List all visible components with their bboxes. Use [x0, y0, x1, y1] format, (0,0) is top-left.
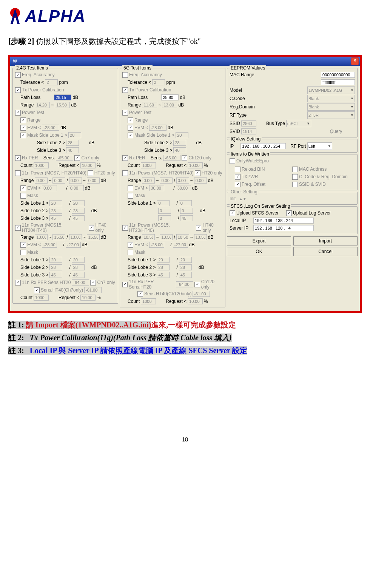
cb-freq-5[interactable] [122, 72, 128, 78]
group-items: Items to Be Written OnlyWriteEEpro Reloa… [227, 154, 358, 190]
cancel-button[interactable]: Cancel [293, 247, 358, 256]
logo-icon [8, 8, 22, 25]
window-titlebar: W × [10, 57, 360, 66]
model-select[interactable]: 1WMPND02..A1G▼ [307, 86, 355, 94]
group-title-sfcs: SFCS ,Log On Server Setting [230, 204, 291, 209]
group-title-eeprom: EEPROM Values [230, 65, 266, 71]
ok-button[interactable]: OK [227, 247, 291, 256]
notes: 註 1: 請 Import 檔案(1WMPND02..A1G.ini)進來,一樣… [8, 318, 362, 357]
mac1-input[interactable] [321, 72, 355, 78]
group-title-items: Items to Be Written [230, 151, 270, 157]
path5-input[interactable] [161, 94, 179, 100]
import-button[interactable]: Import [293, 236, 358, 245]
path24-input[interactable] [54, 94, 71, 100]
window-title: W [13, 59, 17, 64]
logo-text: ALPHA [25, 7, 86, 26]
group-eeprom: EEPROM Values MAC Range Model1WMPND02..A… [227, 68, 358, 137]
group-title-5g: 5G Test Items [122, 65, 153, 71]
mac2-input[interactable] [321, 79, 355, 85]
bus-select[interactable]: mPCI▼ [286, 120, 311, 127]
export-button[interactable]: Export [227, 236, 291, 245]
tol24-input[interactable] [45, 79, 58, 85]
group-5g: 5G Test Items Freq. Accurancy Tolerance … [120, 68, 225, 307]
logo: ALPHA [8, 7, 362, 26]
cb-txcal-24[interactable] [15, 87, 21, 93]
ip-input[interactable] [240, 143, 286, 149]
group-iqview: IQView Setting IPRF PortLeft▼ [227, 139, 358, 153]
rfport-select[interactable]: Left▼ [307, 142, 332, 150]
cb-upload-sfcs[interactable] [230, 210, 235, 216]
group-title-24g: 2.4G Test Items [15, 65, 49, 71]
group-title-other: Other Setting [230, 189, 259, 194]
close-icon[interactable]: × [351, 57, 359, 65]
reg-select[interactable]: Blank▼ [307, 103, 355, 111]
page-number: 18 [8, 436, 362, 443]
serverip-input[interactable] [253, 225, 314, 231]
localip-input[interactable] [253, 218, 314, 224]
step-instruction: [步驟 2] 仿照以下圖形及數據去設定程式，完成後按下"ok" [8, 36, 362, 46]
group-other: Other Setting Init▲▼ [227, 192, 358, 205]
group-24g: 2.4G Test Items Freq. Accurancy Toleranc… [12, 68, 118, 304]
group-title-iq: IQView Setting [230, 136, 262, 142]
group-sfcs: SFCS ,Log On Server Setting Upload SFCS … [227, 206, 358, 234]
cb-ptest-24[interactable] [15, 110, 21, 116]
ccode-select[interactable]: Blank▼ [307, 95, 355, 102]
rf-select[interactable]: 2T3R▼ [307, 111, 355, 119]
cb-upload-log[interactable] [286, 210, 292, 216]
screenshot-frame: W × 2.4G Test Items Freq. Accurancy Tole… [8, 55, 362, 313]
query-button[interactable]: Query [317, 129, 355, 134]
cb-freq-24[interactable] [15, 72, 21, 78]
